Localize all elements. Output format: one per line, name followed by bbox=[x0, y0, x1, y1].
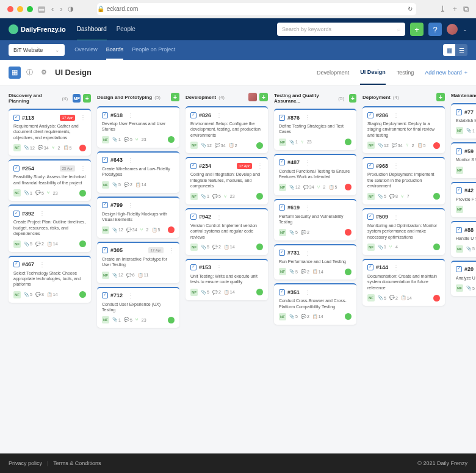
task-card[interactable]: #392 ⋮ Create Project Plan: Outline time… bbox=[9, 204, 91, 251]
task-card[interactable]: #113 17 Apr ⋮ Requirement Analysis: Gath… bbox=[9, 109, 91, 156]
share-icon[interactable]: ⤓ bbox=[439, 4, 446, 14]
task-card[interactable]: #731 ⋮ Run Performance and Load Testing … bbox=[274, 244, 356, 280]
task-card[interactable]: #234 17 Apr ⋮ Coding and Integration: De… bbox=[186, 157, 268, 204]
search-input[interactable]: Search by keywords ⌕ bbox=[277, 23, 405, 36]
sidebar-icon[interactable]: ▤ bbox=[38, 4, 45, 13]
task-card[interactable]: #20 ⋮ Analyze U Insights NF📎5 bbox=[451, 261, 476, 296]
task-card[interactable]: #509 ⋮ Monitoring and Optimization: Moni… bbox=[362, 208, 445, 255]
terms-link[interactable]: Terms & Conditions bbox=[53, 460, 101, 466]
task-card[interactable]: #254 25 Apr ⋮ Feasibility Study: Assess … bbox=[9, 159, 91, 201]
task-card[interactable]: #77 ⋮ Establish Maintenanc NF📎1 bbox=[451, 103, 476, 139]
tab-ui-design[interactable]: UI Design bbox=[360, 60, 386, 85]
card-menu-icon[interactable]: ⋮ bbox=[128, 292, 134, 299]
column-user-badge[interactable]: MP bbox=[73, 94, 81, 103]
close-window[interactable] bbox=[7, 6, 13, 12]
card-menu-icon[interactable]: ⋮ bbox=[80, 165, 86, 172]
minimize-window[interactable] bbox=[17, 6, 23, 12]
card-menu-icon[interactable]: ⋮ bbox=[305, 114, 311, 121]
task-card[interactable]: #59 ⋮ Monitor S User Fee NF bbox=[451, 142, 476, 178]
task-card[interactable]: #487 ⋮ Conduct Functional Testing to Ens… bbox=[274, 154, 356, 195]
task-card[interactable]: #942 ⋮ Version Control: Implement versio… bbox=[186, 208, 268, 255]
task-card[interactable]: #968 ⋮ Production Deployment: Implement … bbox=[362, 157, 445, 204]
card-menu-icon[interactable]: ⋮ bbox=[216, 214, 222, 220]
tab-development[interactable]: Development bbox=[317, 60, 349, 85]
card-description: Feasibility Study: Assess the technical … bbox=[13, 174, 86, 186]
privacy-link[interactable]: Privacy policy bbox=[9, 460, 42, 466]
user-avatar[interactable] bbox=[447, 24, 458, 35]
nav-dashboard[interactable]: Dashboard bbox=[77, 18, 107, 41]
grid-icon[interactable]: ▦ bbox=[9, 67, 21, 79]
column-add-button[interactable]: + bbox=[83, 94, 91, 103]
add-new-board[interactable]: Add new board + bbox=[425, 60, 467, 85]
card-id: #254 bbox=[22, 165, 34, 172]
task-card[interactable]: #826 ⋮ Environment Setup: Configure the … bbox=[186, 106, 268, 153]
subnav-overview[interactable]: Overview bbox=[74, 40, 98, 60]
nav-people[interactable]: People bbox=[117, 18, 135, 41]
address-bar[interactable]: 🔒 eckard.com ↻ bbox=[97, 3, 417, 15]
filter-icon[interactable]: ⚙ bbox=[38, 67, 50, 79]
card-menu-icon[interactable]: ⋮ bbox=[305, 250, 311, 256]
subnav-boards[interactable]: Boards bbox=[106, 40, 124, 60]
user-menu-chevron-icon[interactable]: ⌄ bbox=[463, 26, 467, 32]
column-add-button[interactable]: + bbox=[259, 93, 268, 101]
tab-testing[interactable]: Testing bbox=[397, 60, 414, 85]
task-card[interactable]: #153 ⋮ Unit Testing: Write and execute u… bbox=[186, 259, 268, 300]
forward-icon[interactable]: › bbox=[60, 4, 62, 13]
card-menu-icon[interactable]: ⋮ bbox=[305, 159, 311, 166]
column-avatar[interactable] bbox=[248, 93, 257, 101]
card-id: #234 bbox=[199, 163, 211, 169]
task-card[interactable]: #144 ⋮ Documentation: Create and maintai… bbox=[362, 259, 445, 306]
card-menu-icon[interactable]: ⋮ bbox=[393, 112, 399, 118]
card-menu-icon[interactable]: ⋮ bbox=[39, 261, 45, 268]
task-card[interactable]: #305 17 Apr ⋮ Create an Interactive Prot… bbox=[97, 242, 179, 283]
card-menu-icon[interactable]: ⋮ bbox=[305, 204, 311, 211]
column-add-button[interactable]: + bbox=[171, 93, 179, 101]
card-menu-icon[interactable]: ⋮ bbox=[128, 202, 134, 209]
card-menu-icon[interactable]: ⋮ bbox=[80, 114, 86, 121]
task-card[interactable]: #286 ⋮ Staging Deployment: Deploy to a s… bbox=[362, 106, 445, 153]
project-selector[interactable]: BiT Website ⌄ bbox=[9, 44, 65, 56]
column-add-button[interactable]: + bbox=[349, 94, 356, 103]
task-card[interactable]: #351 ⋮ Conduct Cross-Browser and Cross-P… bbox=[274, 283, 356, 325]
help-button[interactable]: ? bbox=[428, 23, 442, 36]
maximize-window[interactable] bbox=[27, 6, 33, 12]
reload-icon[interactable]: ↻ bbox=[408, 5, 413, 12]
task-card[interactable]: #619 ⋮ Perform Security and Vulnerabilit… bbox=[274, 199, 356, 240]
task-card[interactable]: #643 ⋮ Create Wireframes and Low-Fidelit… bbox=[97, 151, 179, 193]
column-header: Development (4)+ bbox=[186, 92, 268, 103]
card-menu-icon[interactable]: ⋮ bbox=[168, 247, 175, 254]
logo[interactable]: DailyFrenzy.io bbox=[9, 24, 66, 34]
card-menu-icon[interactable]: ⋮ bbox=[393, 264, 399, 271]
attachment-icon: 📎 bbox=[112, 317, 117, 322]
card-menu-icon[interactable]: ⋮ bbox=[128, 157, 134, 164]
card-menu-icon[interactable]: ⋮ bbox=[39, 210, 45, 217]
shield-icon[interactable]: ◑ bbox=[68, 5, 74, 13]
task-card[interactable]: #467 ⋮ Select Technology Stack: Choose a… bbox=[9, 256, 91, 303]
list-view-button[interactable]: ☰ bbox=[455, 44, 467, 56]
info-icon[interactable]: ⓘ bbox=[23, 67, 35, 79]
card-menu-icon[interactable]: ⋮ bbox=[393, 214, 399, 220]
card-menu-icon[interactable]: ⋮ bbox=[216, 112, 222, 118]
task-card[interactable]: #42 ⋮ Provide F Security L NF bbox=[451, 182, 476, 217]
column-header: Discovery and Planning (4)MP+ bbox=[9, 92, 91, 105]
task-card[interactable]: #876 ⋮ Define Testing Strategies and Tes… bbox=[274, 109, 356, 150]
column-add-button[interactable]: + bbox=[436, 93, 445, 101]
new-tab-icon[interactable]: + bbox=[452, 4, 457, 14]
back-icon[interactable]: ‹ bbox=[51, 4, 54, 13]
task-card[interactable]: #712 ⋮ Conduct User Experience (UX) Test… bbox=[97, 287, 179, 328]
card-footer: NF📎5💬8📋14 bbox=[13, 291, 86, 298]
card-menu-icon[interactable]: ⋮ bbox=[257, 162, 263, 169]
task-card[interactable]: #88 ⋮ Handle U Tickets NF📎5 bbox=[451, 221, 476, 256]
card-footer: NF📎12💬34⑂2📋5 bbox=[367, 142, 440, 149]
subnav-people[interactable]: People on Project bbox=[132, 40, 175, 60]
tabs-icon[interactable]: ⧉ bbox=[463, 4, 469, 14]
task-card[interactable]: #518 ⋮ Develop User Personas and User St… bbox=[97, 106, 179, 148]
global-add-button[interactable]: + bbox=[410, 23, 424, 36]
task-card[interactable]: #799 ⋮ Design High-Fidelity Mockups with… bbox=[97, 197, 179, 238]
card-menu-icon[interactable]: ⋮ bbox=[216, 264, 222, 271]
card-menu-icon[interactable]: ⋮ bbox=[393, 162, 399, 169]
board-view-button[interactable]: ▦ bbox=[443, 44, 455, 56]
card-menu-icon[interactable]: ⋮ bbox=[305, 289, 311, 295]
kanban-board[interactable]: Discovery and Planning (4)MP+ #113 17 Ap… bbox=[0, 85, 476, 453]
card-menu-icon[interactable]: ⋮ bbox=[128, 112, 134, 118]
